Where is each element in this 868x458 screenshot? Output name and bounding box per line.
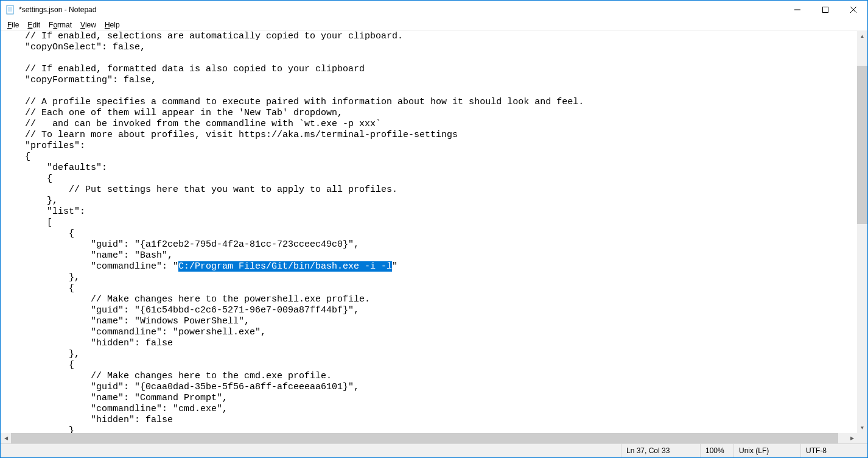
window-title: *settings.json - Notepad [19, 5, 96, 14]
maximize-button[interactable] [811, 1, 839, 19]
horizontal-scrollbar[interactable]: ◀ ▶ [1, 433, 867, 443]
vertical-scroll-thumb[interactable] [857, 66, 867, 224]
menu-edit[interactable]: Edit [23, 20, 44, 30]
scroll-right-arrow-icon[interactable]: ▶ [847, 433, 857, 443]
minimize-button[interactable] [783, 1, 811, 19]
status-position: Ln 37, Col 33 [621, 444, 700, 457]
status-line-ending: Unix (LF) [733, 444, 800, 457]
menubar: File Edit Format View Help [1, 19, 867, 31]
scroll-down-arrow-icon[interactable]: ▼ [857, 423, 867, 433]
menu-view[interactable]: View [76, 20, 100, 30]
scroll-left-arrow-icon[interactable]: ◀ [1, 433, 11, 443]
scroll-corner [857, 433, 867, 443]
menu-file[interactable]: File [3, 20, 23, 30]
menu-format[interactable]: Format [44, 20, 76, 30]
scroll-up-arrow-icon[interactable]: ▲ [857, 31, 867, 41]
close-button[interactable] [839, 1, 867, 19]
text-editor[interactable]: // If enabled, selections are automatica… [1, 31, 857, 433]
status-encoding: UTF-8 [800, 444, 867, 457]
window-controls [783, 1, 867, 19]
text-selection: C:/Program Files/Git/bin/bash.exe -i -l [178, 261, 392, 272]
titlebar: *settings.json - Notepad [1, 1, 867, 19]
notepad-icon [5, 5, 15, 15]
horizontal-scroll-thumb[interactable] [11, 433, 838, 443]
menu-help[interactable]: Help [100, 20, 124, 30]
statusbar: Ln 37, Col 33 100% Unix (LF) UTF-8 [1, 443, 867, 457]
status-zoom: 100% [700, 444, 733, 457]
svg-rect-6 [823, 7, 828, 13]
vertical-scrollbar[interactable]: ▲ ▼ [857, 31, 867, 433]
